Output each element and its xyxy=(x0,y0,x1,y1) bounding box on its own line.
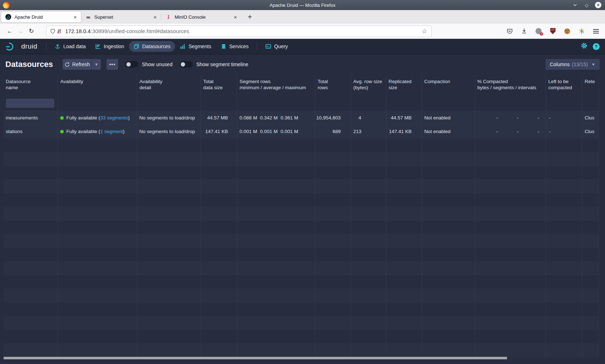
empty-cell xyxy=(237,166,315,179)
downloads-icon[interactable] xyxy=(521,28,527,35)
url-bar[interactable]: 172.18.0.4:30899/unified-console.html#da… xyxy=(46,26,432,37)
empty-cell xyxy=(201,207,237,220)
settings-gear-icon[interactable] xyxy=(581,42,588,51)
tab-superset[interactable]: ∞ Superset × xyxy=(81,12,161,22)
empty-cell xyxy=(546,248,582,261)
tab-apache-druid[interactable]: Apache Druid × xyxy=(1,12,81,22)
datasource-filter-input[interactable] xyxy=(6,99,54,108)
help-button[interactable]: ? xyxy=(593,43,600,50)
column-header-total_rows[interactable]: Totalrows xyxy=(315,74,351,95)
column-header-replicated[interactable]: Replicatedsize xyxy=(386,74,422,95)
segments-link[interactable]: 33 segments xyxy=(100,115,128,120)
tab-close-icon[interactable]: × xyxy=(72,14,78,20)
empty-cell xyxy=(386,302,422,316)
ublock-origin-icon[interactable]: uO xyxy=(550,28,556,35)
empty-row xyxy=(4,289,599,302)
forward-button[interactable]: → xyxy=(15,28,26,35)
new-tab-button[interactable]: + xyxy=(246,13,254,21)
column-header-name[interactable]: Datasourcename xyxy=(4,74,58,95)
more-actions-button[interactable]: ••• xyxy=(107,59,118,70)
empty-cell xyxy=(237,220,315,234)
druid-logo[interactable]: druid xyxy=(5,42,37,51)
column-header-compaction[interactable]: Compaction xyxy=(422,74,475,95)
empty-cell xyxy=(315,261,351,275)
menu-hamburger-icon[interactable] xyxy=(593,28,599,35)
tab-title: Superset xyxy=(94,14,152,20)
nav-ingestion[interactable]: Ingestion xyxy=(90,41,129,52)
column-header-segment_rows[interactable]: Segment rowsminimum / average / maximum xyxy=(237,74,315,95)
empty-cell xyxy=(386,275,422,288)
datasource-row-stations[interactable]: stationsFully available (1 segment)No se… xyxy=(4,125,599,138)
empty-cell xyxy=(237,316,315,329)
segments-link[interactable]: 1 segment xyxy=(100,129,123,134)
empty-cell xyxy=(4,152,58,165)
nav-datasources[interactable]: Datasources xyxy=(129,41,175,52)
pocket-icon[interactable] xyxy=(506,28,513,35)
empty-cell xyxy=(475,152,546,165)
cell-total_size: 147.41 KB xyxy=(201,125,237,138)
minimize-button[interactable] xyxy=(572,2,578,8)
empty-cell xyxy=(546,152,582,165)
empty-cell xyxy=(582,343,599,357)
empty-cell xyxy=(4,193,58,206)
datasource-row-measurements[interactable]: measurementsFully available (33 segments… xyxy=(4,111,599,125)
back-button[interactable]: ← xyxy=(4,28,15,35)
refresh-button[interactable]: Refresh xyxy=(63,59,91,70)
empty-cell xyxy=(58,330,137,343)
close-button[interactable]: × xyxy=(595,2,601,8)
filter-cell-total_size xyxy=(201,95,237,111)
column-header-avg_row_size[interactable]: Avg. row size(bytes) xyxy=(351,74,386,95)
show-segment-timeline-toggle[interactable] xyxy=(180,61,193,68)
empty-cell xyxy=(137,330,201,343)
empty-cell xyxy=(475,138,546,152)
column-header-detail[interactable]: Availabilitydetail xyxy=(137,74,201,95)
reload-button[interactable]: ↻ xyxy=(26,27,37,35)
empty-cell xyxy=(351,248,386,261)
empty-cell xyxy=(201,152,237,165)
empty-cell xyxy=(422,248,475,261)
tab-close-icon[interactable]: × xyxy=(232,14,238,20)
nav-load-data[interactable]: Load data xyxy=(50,41,90,52)
refresh-icon xyxy=(64,62,70,67)
column-header-pct_compacted[interactable]: % Compactedbytes / segments / intervals xyxy=(475,74,546,95)
tab-close-icon[interactable]: × xyxy=(152,14,158,20)
empty-cell xyxy=(582,289,599,302)
filter-cell-segment_rows xyxy=(237,95,315,111)
nav-segments[interactable]: Segments xyxy=(175,41,216,52)
empty-cell xyxy=(4,166,58,179)
empty-cell xyxy=(58,207,137,220)
nav-services[interactable]: Services xyxy=(216,41,254,52)
filter-cell-pct_compacted xyxy=(475,95,546,111)
cell-left_compacted: - xyxy=(546,125,583,138)
tab-title: MinIO Console xyxy=(175,14,232,20)
bookmark-star-icon[interactable]: ☆ xyxy=(422,27,427,35)
column-header-total_size[interactable]: Totaldata size xyxy=(201,74,237,95)
maximize-button[interactable]: ◇ xyxy=(583,2,590,8)
empty-cell xyxy=(475,248,546,261)
show-unused-toggle[interactable] xyxy=(125,61,138,68)
status-dot xyxy=(60,130,64,133)
tab-minio-console[interactable]: MinIO Console × xyxy=(161,12,241,22)
empty-cell xyxy=(137,220,201,234)
insecure-lock-icon[interactable] xyxy=(56,28,62,35)
empty-row xyxy=(4,193,599,207)
window-title: Apache Druid — Mozilla Firefox xyxy=(0,3,605,8)
empty-row xyxy=(4,316,599,330)
nav-query[interactable]: Query xyxy=(261,41,292,52)
extension-icon[interactable]: × xyxy=(535,28,542,35)
column-header-availability[interactable]: Availability xyxy=(58,74,137,95)
tracking-shield-icon[interactable] xyxy=(49,28,56,35)
columns-picker-button[interactable]: Columns (13/15) ▼ xyxy=(546,59,600,70)
empty-cell xyxy=(4,220,58,234)
refresh-dropdown-button[interactable]: ▼ xyxy=(91,59,101,70)
horizontal-scrollbar-thumb[interactable] xyxy=(4,357,507,359)
empty-cell xyxy=(4,330,58,343)
nav-divider xyxy=(257,43,257,50)
empty-cell xyxy=(315,220,351,234)
empty-cell xyxy=(386,138,422,152)
column-header-left_compacted[interactable]: Left to becompacted xyxy=(546,74,582,95)
colorful-asterisk-extension-icon[interactable] xyxy=(578,28,585,35)
cookie-extension-icon[interactable] xyxy=(564,28,570,35)
empty-cell xyxy=(422,166,475,179)
column-header-retention[interactable]: Rete xyxy=(582,74,599,95)
